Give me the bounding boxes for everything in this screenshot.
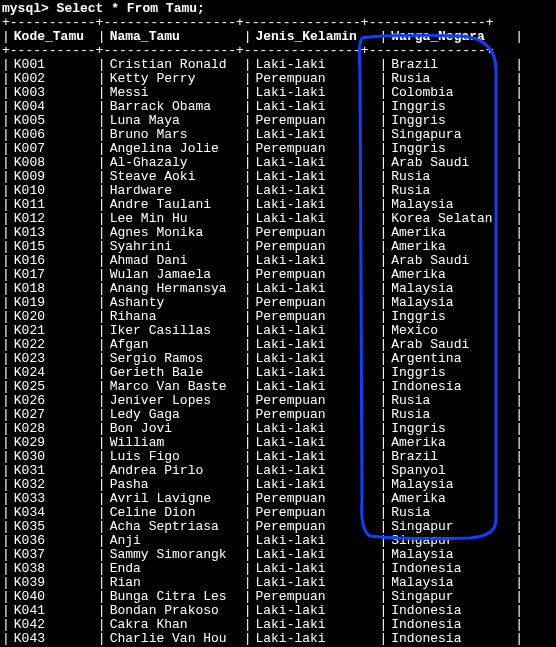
bar-icon: | xyxy=(515,184,523,198)
cell-jenis-kelamin: Laki-laki xyxy=(251,170,379,184)
table-row: |K015|Syahrini|Perempuan|Amerika| xyxy=(2,240,556,254)
bar-icon: | xyxy=(98,198,106,212)
bar-icon: | xyxy=(515,562,523,576)
cell-kode: K018 xyxy=(10,282,98,296)
bar-icon: | xyxy=(2,310,10,324)
bar-icon: | xyxy=(2,604,10,618)
cell-warga-negara: Indonesia xyxy=(387,618,515,632)
cell-kode: K034 xyxy=(10,506,98,520)
cell-nama: Al-Ghazaly xyxy=(106,156,244,170)
bar-icon: | xyxy=(2,352,10,366)
bar-icon: | xyxy=(515,464,523,478)
bar-icon: | xyxy=(244,170,252,184)
cell-nama: Syahrini xyxy=(106,240,244,254)
cell-jenis-kelamin: Perempuan xyxy=(251,590,379,604)
bar-icon: | xyxy=(2,632,10,646)
cell-nama: Marco Van Baste xyxy=(106,380,244,394)
sql-prompt[interactable]: mysql> Select * From Tamu; xyxy=(2,2,556,16)
bar-icon: | xyxy=(2,450,10,464)
cell-warga-negara: Inggris xyxy=(387,422,515,436)
cell-jenis-kelamin: Laki-laki xyxy=(251,576,379,590)
cell-jenis-kelamin: Laki-laki xyxy=(251,380,379,394)
table-row: |K005|Luna Maya|Perempuan|Inggris| xyxy=(2,114,556,128)
cell-warga-negara: Singapur xyxy=(387,590,515,604)
bar-icon: | xyxy=(244,576,252,590)
cell-warga-negara: Arab Saudi xyxy=(387,254,515,268)
bar-icon: | xyxy=(244,282,252,296)
cell-nama: Luis Figo xyxy=(106,450,244,464)
cell-nama: Lee Min Hu xyxy=(106,212,244,226)
cell-kode: K020 xyxy=(10,310,98,324)
cell-kode: K002 xyxy=(10,72,98,86)
bar-icon: | xyxy=(2,142,10,156)
bar-icon: | xyxy=(379,128,387,142)
bar-icon: | xyxy=(2,72,10,86)
cell-warga-negara: Indonesia xyxy=(387,604,515,618)
bar-icon: | xyxy=(244,422,252,436)
cell-nama: Bon Jovi xyxy=(106,422,244,436)
bar-icon: | xyxy=(515,170,523,184)
bar-icon: | xyxy=(515,394,523,408)
bar-icon: | xyxy=(244,562,252,576)
table-row: |K034|Celine Dion|Perempuan|Rusia| xyxy=(2,506,556,520)
cell-jenis-kelamin: Laki-laki xyxy=(251,464,379,478)
cell-warga-negara: Amerika xyxy=(387,226,515,240)
table-row: |K024|Gerieth Bale|Laki-laki|Inggris| xyxy=(2,366,556,380)
bar-icon: | xyxy=(379,324,387,338)
cell-nama: Ketty Perry xyxy=(106,72,244,86)
bar-icon: | xyxy=(379,100,387,114)
bar-icon: | xyxy=(515,450,523,464)
bar-icon: | xyxy=(515,268,523,282)
bar-icon: | xyxy=(244,352,252,366)
bar-icon: | xyxy=(98,422,106,436)
cell-jenis-kelamin: Laki-laki xyxy=(251,604,379,618)
bar-icon: | xyxy=(98,114,106,128)
cell-jenis-kelamin: Laki-laki xyxy=(251,618,379,632)
bar-icon: | xyxy=(98,450,106,464)
bar-icon: | xyxy=(98,534,106,548)
bar-icon: | xyxy=(2,128,10,142)
cell-jenis-kelamin: Perempuan xyxy=(251,268,379,282)
bar-icon: | xyxy=(515,296,523,310)
bar-icon: | xyxy=(2,478,10,492)
cell-kode: K012 xyxy=(10,212,98,226)
table-row: |K040|Bunga Citra Les|Perempuan|Singapur… xyxy=(2,590,556,604)
bar-icon: | xyxy=(244,240,252,254)
bar-icon: | xyxy=(379,590,387,604)
bar-icon: | xyxy=(379,170,387,184)
cell-jenis-kelamin: Laki-laki xyxy=(251,478,379,492)
cell-warga-negara: Rusia xyxy=(387,506,515,520)
bar-icon: | xyxy=(2,324,10,338)
cell-nama: Andrea Pirlo xyxy=(106,464,244,478)
bar-icon: | xyxy=(2,338,10,352)
cell-kode: K037 xyxy=(10,548,98,562)
cell-kode: K006 xyxy=(10,128,98,142)
cell-kode: K022 xyxy=(10,338,98,352)
cell-nama: Iker Casillas xyxy=(106,324,244,338)
bar-icon: | xyxy=(379,506,387,520)
cell-jenis-kelamin: Laki-laki xyxy=(251,534,379,548)
bar-icon: | xyxy=(98,226,106,240)
bar-icon: | xyxy=(379,198,387,212)
cell-kode: K032 xyxy=(10,478,98,492)
cell-warga-negara: Arab Saudi xyxy=(387,156,515,170)
bar-icon: | xyxy=(98,590,106,604)
cell-nama: Celine Dion xyxy=(106,506,244,520)
bar-icon: | xyxy=(515,86,523,100)
cell-nama: Hardware xyxy=(106,184,244,198)
cell-nama: Enda xyxy=(106,562,244,576)
cell-nama: Pasha xyxy=(106,478,244,492)
bar-icon: | xyxy=(2,618,10,632)
cell-jenis-kelamin: Perempuan xyxy=(251,240,379,254)
cell-jenis-kelamin: Perempuan xyxy=(251,492,379,506)
cell-nama: Ahmad Dani xyxy=(106,254,244,268)
bar-icon: | xyxy=(2,254,10,268)
bar-icon: | xyxy=(244,366,252,380)
cell-jenis-kelamin: Perempuan xyxy=(251,296,379,310)
bar-icon: | xyxy=(98,576,106,590)
cell-kode: K019 xyxy=(10,296,98,310)
cell-jenis-kelamin: Laki-laki xyxy=(251,548,379,562)
cell-jenis-kelamin: Laki-laki xyxy=(251,450,379,464)
bar-icon: | xyxy=(379,534,387,548)
bar-icon: | xyxy=(379,184,387,198)
